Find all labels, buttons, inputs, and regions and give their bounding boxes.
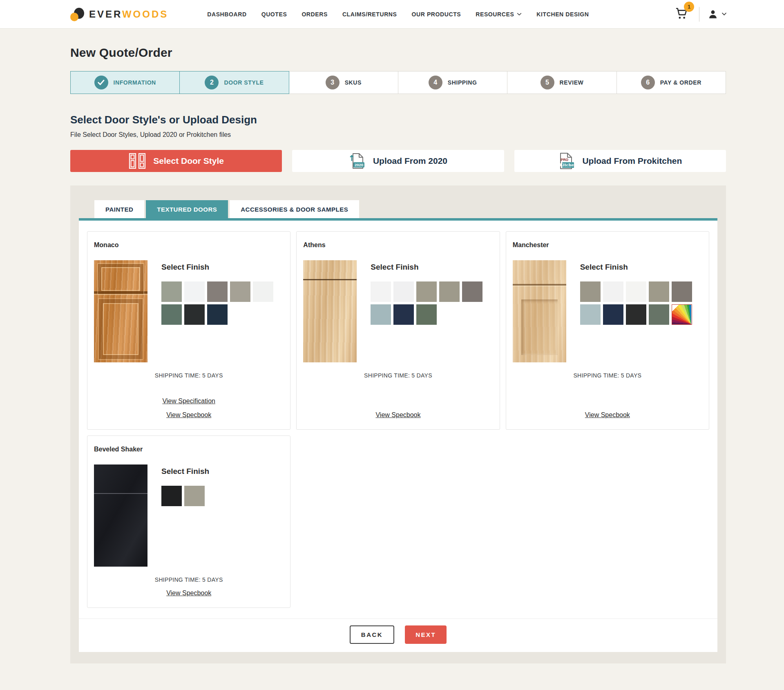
upload-from-2020-label: Upload From 2020: [373, 156, 447, 166]
finish-swatch[interactable]: [439, 281, 460, 302]
finish-swatch[interactable]: [161, 304, 182, 325]
nav-item-kitchen-design[interactable]: KITCHEN DESIGN: [536, 11, 589, 18]
step-number-circle: 3: [326, 76, 340, 89]
finish-swatch[interactable]: [580, 304, 601, 325]
main-nav: DASHBOARD QUOTES ORDERS CLAIMS/RETURNS O…: [207, 11, 589, 18]
step-label: DOOR STYLE: [224, 79, 264, 86]
finish-swatch[interactable]: [672, 281, 692, 302]
finish-swatch[interactable]: [603, 281, 623, 302]
finish-swatch[interactable]: [580, 281, 601, 302]
nav-item-resources[interactable]: RESOURCES: [476, 11, 522, 18]
tab-accessories-door-samples[interactable]: ACCESSORIES & DOOR SAMPLES: [230, 200, 359, 218]
finish-swatch[interactable]: [462, 281, 482, 302]
door-cards-grid: Monaco Select Finish SHIPPING TIME: 5 DA…: [87, 231, 709, 608]
finish-swatch[interactable]: [161, 281, 182, 302]
finish-swatch[interactable]: [230, 281, 250, 302]
user-menu-button[interactable]: [708, 9, 727, 20]
door-style-card: Beveled Shaker Select Finish SHIPPING TI…: [87, 435, 290, 608]
step-review[interactable]: 5 REVIEW: [507, 71, 616, 94]
finish-swatch[interactable]: [371, 281, 391, 302]
next-button[interactable]: NEXT: [405, 625, 447, 644]
card-links: View Specbook: [513, 385, 702, 419]
link-view-specbook[interactable]: View Specbook: [166, 590, 211, 597]
card-title: Beveled Shaker: [94, 446, 284, 453]
door-image: [94, 260, 147, 362]
select-door-style-button[interactable]: Select Door Style: [70, 150, 282, 172]
nav-item-claims-returns[interactable]: CLAIMS/RETURNS: [342, 11, 397, 18]
finish-swatch[interactable]: [649, 281, 669, 302]
nav-item-quotes[interactable]: QUOTES: [261, 11, 287, 18]
card-links: View Specbook: [303, 385, 493, 419]
finish-swatch[interactable]: [207, 304, 228, 325]
card-links: View SpecificationView Specbook: [94, 385, 284, 419]
link-view-specification[interactable]: View Specification: [162, 397, 215, 405]
finish-swatch[interactable]: [184, 486, 205, 506]
finish-swatch[interactable]: [253, 281, 273, 302]
upload-from-prokitchen-label: Upload From Prokitchen: [582, 156, 682, 166]
logo-text-woods: WOODS: [122, 9, 168, 20]
finish-swatch[interactable]: [649, 304, 669, 325]
finish-column: Select Finish: [161, 464, 284, 567]
finish-swatch[interactable]: [626, 281, 646, 302]
swatch-custom-colors[interactable]: [672, 304, 692, 325]
section-heading: Select Door Style's or Upload Design: [70, 114, 726, 126]
chevron-down-icon: [517, 13, 522, 16]
tab-label: PAINTED: [105, 206, 133, 213]
upload-from-prokitchen-button[interactable]: PRO Kitchen Upload From Prokitchen: [514, 150, 726, 172]
finish-column: Select Finish: [371, 260, 493, 362]
link-view-specbook[interactable]: View Specbook: [166, 411, 211, 419]
step-label: SKUS: [345, 79, 362, 86]
page-title: New Quote/Order: [70, 29, 726, 60]
card-title: Manchester: [513, 241, 702, 249]
upload-from-2020-button[interactable]: 2020 Upload From 2020: [292, 150, 504, 172]
icon-badge-2020: 2020: [355, 163, 363, 167]
upload-2020-icon: 2020: [349, 152, 366, 170]
step-shipping[interactable]: 4 SHIPPING: [398, 71, 507, 94]
step-label: INFORMATION: [114, 79, 156, 86]
door-image: [303, 260, 357, 362]
cart-button[interactable]: 1: [675, 7, 691, 21]
card-footer: SHIPPING TIME: 5 DAYS View Specbook: [513, 372, 702, 419]
shipping-time: SHIPPING TIME: 5 DAYS: [94, 372, 284, 379]
tab-painted[interactable]: PAINTED: [94, 200, 144, 218]
everwoods-logo[interactable]: EVERWOODS: [70, 7, 168, 22]
finish-swatch[interactable]: [393, 281, 414, 302]
nav-item-label: KITCHEN DESIGN: [536, 11, 589, 18]
card-body: Select Finish: [513, 260, 702, 362]
door-style-card: Manchester Select Finish SHIPPING TIME: …: [506, 231, 709, 430]
finish-swatch[interactable]: [184, 304, 205, 325]
step-pay-order[interactable]: 6 PAY & ORDER: [616, 71, 726, 94]
back-button[interactable]: BACK: [350, 625, 394, 644]
finish-swatch[interactable]: [184, 281, 205, 302]
header-divider: [699, 7, 699, 22]
nav-item-dashboard[interactable]: DASHBOARD: [207, 11, 246, 18]
user-icon: [708, 9, 718, 20]
nav-item-our-products[interactable]: OUR PRODUCTS: [412, 11, 461, 18]
tab-textured-doors[interactable]: TEXTURED DOORS: [146, 200, 228, 218]
finish-swatch[interactable]: [371, 304, 391, 325]
finish-swatch[interactable]: [416, 304, 437, 325]
step-skus[interactable]: 3 SKUS: [289, 71, 398, 94]
link-view-specbook[interactable]: View Specbook: [585, 411, 630, 419]
select-finish-label: Select Finish: [161, 467, 284, 476]
card-footer: SHIPPING TIME: 5 DAYS View Specbook: [94, 576, 284, 597]
step-door-style[interactable]: 2 DOOR STYLE: [179, 71, 289, 94]
finish-swatch[interactable]: [626, 304, 646, 325]
link-view-specbook[interactable]: View Specbook: [375, 411, 420, 419]
chevron-down-icon: [721, 12, 727, 16]
nav-item-orders[interactable]: ORDERS: [302, 11, 328, 18]
step-number-circle: 5: [541, 76, 554, 89]
shipping-time: SHIPPING TIME: 5 DAYS: [513, 372, 702, 379]
finish-swatch[interactable]: [393, 304, 414, 325]
finish-swatch[interactable]: [161, 486, 182, 506]
card-body: Select Finish: [94, 260, 284, 362]
card-footer: SHIPPING TIME: 5 DAYS View Specbook: [303, 372, 493, 419]
nav-item-label: DASHBOARD: [207, 11, 246, 18]
step-information[interactable]: INFORMATION: [70, 71, 180, 94]
finish-swatch[interactable]: [416, 281, 437, 302]
finish-swatch[interactable]: [207, 281, 228, 302]
header-right-cluster: 1: [675, 7, 727, 22]
card-body: Select Finish: [94, 464, 284, 567]
finish-swatch[interactable]: [603, 304, 623, 325]
door-style-card: Monaco Select Finish SHIPPING TIME: 5 DA…: [87, 231, 290, 430]
